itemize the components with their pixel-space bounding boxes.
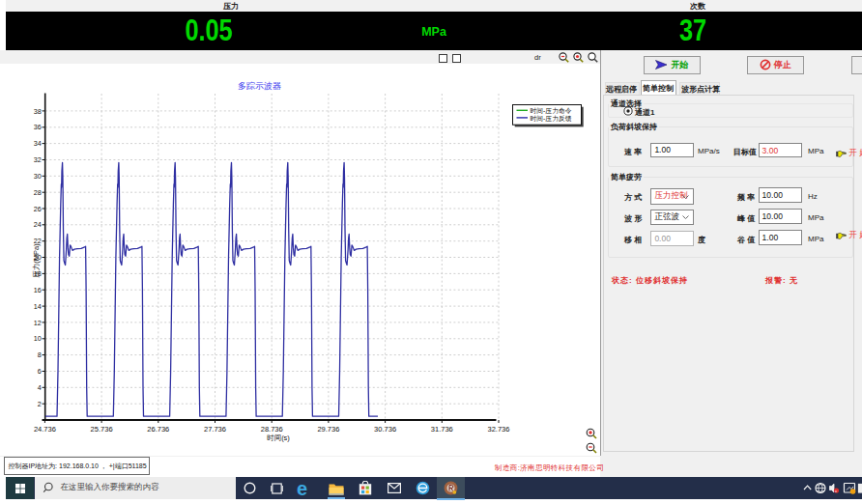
svg-text:31.736: 31.736 <box>431 425 453 434</box>
svg-text:32: 32 <box>34 155 42 164</box>
svg-text:30: 30 <box>34 172 42 181</box>
svg-text:4: 4 <box>38 383 42 392</box>
svg-text:27.736: 27.736 <box>204 425 226 434</box>
svg-text:8: 8 <box>38 350 42 359</box>
svg-text:28: 28 <box>34 188 42 197</box>
svg-text:24.736: 24.736 <box>34 425 56 434</box>
svg-text:36: 36 <box>34 123 42 131</box>
svg-text:38: 38 <box>34 107 42 116</box>
svg-text:多踪示波器: 多踪示波器 <box>238 81 281 91</box>
svg-text:32.736: 32.736 <box>488 425 510 434</box>
svg-text:12: 12 <box>34 319 42 327</box>
svg-text:14: 14 <box>34 302 42 311</box>
svg-text:时间-压力反馈: 时间-压力反馈 <box>531 115 572 123</box>
svg-text:压力(MPa): 压力(MPa) <box>32 243 41 278</box>
svg-text:34: 34 <box>34 139 42 148</box>
svg-text:6: 6 <box>38 367 42 376</box>
svg-text:10: 10 <box>34 334 42 343</box>
svg-text:16: 16 <box>34 286 42 294</box>
svg-text:26: 26 <box>34 205 42 213</box>
svg-text:26.736: 26.736 <box>147 425 169 434</box>
svg-text:25.736: 25.736 <box>91 425 113 434</box>
svg-text:28.736: 28.736 <box>261 425 283 434</box>
svg-text:30.736: 30.736 <box>374 425 396 434</box>
svg-text:2: 2 <box>38 400 42 408</box>
svg-text:24: 24 <box>34 220 42 229</box>
svg-text:x: x <box>835 489 837 493</box>
svg-text:时间(s): 时间(s) <box>267 434 290 442</box>
svg-text:29.736: 29.736 <box>317 425 339 434</box>
